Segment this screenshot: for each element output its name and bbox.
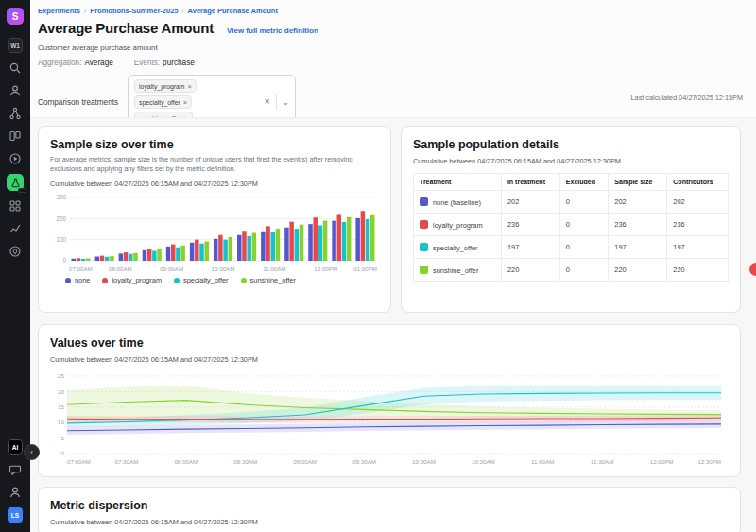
population-title: Sample population details [413,138,729,151]
events-value: purchase [163,59,195,67]
svg-text:09:00AM: 09:00AM [293,458,317,465]
legend-label: none [75,276,90,284]
aggregation-value: Average [84,59,112,67]
chip-remove-icon[interactable]: × [187,82,191,91]
values-over-time-card: Values over time Cumulative between 04/2… [38,324,741,477]
board-columns-icon[interactable] [8,129,23,144]
breadcrumb-experiment-name[interactable]: Promotions-Summer-2025 [90,7,178,15]
legend-item-sunshine: sunshine_offer [241,276,296,284]
search-icon[interactable] [8,60,23,76]
table-header-row: Treatment In treatment Excluded Sample s… [414,174,729,191]
ls-badge[interactable]: LS [8,507,23,523]
sample-size-bar-chart: 010020030007:00AM08:00AM09:00AM10:00AM11… [50,194,379,273]
assistant-edge-handle[interactable]: ‹ [24,444,40,460]
population-cumulative: Cumulative between 04/27/2025 06:15AM an… [413,157,729,165]
breadcrumb-experiments[interactable]: Experiments [38,7,80,15]
cell-contributors: 236 [667,214,729,236]
cell-sample-size: 236 [609,214,667,236]
ai-assistant-badge[interactable]: AI [8,439,23,455]
treatment-color-swatch [420,197,428,206]
svg-text:07:00AM: 07:00AM [69,266,93,272]
chip-loyalty-program[interactable]: loyalty_program× [134,79,197,93]
account-icon[interactable] [8,485,23,500]
breadcrumb-separator: / [181,7,183,15]
comparison-treatments-label: Comparison treatments [38,98,118,107]
workspace-badge[interactable]: W1 [8,38,23,53]
chip-specialty-offer[interactable]: specialty_offer× [134,95,192,109]
app-logo[interactable]: S [7,8,24,25]
legend-item-loyalty: loyalty_program [102,276,162,284]
hierarchy-icon[interactable] [8,106,23,121]
col-contributors: Contributors [667,174,729,191]
population-card: Sample population details Cumulative bet… [401,126,741,313]
metric-meta: Aggregation:Average Events:purchase [38,59,195,67]
cell-sample-size: 197 [609,236,667,259]
treatment-name: none (baseline) [433,198,481,207]
user-icon[interactable] [8,83,23,98]
cell-excluded: 0 [559,214,609,236]
legend-label: loyalty_program [112,276,162,284]
table-row: none (baseline) 202 0 202 202 [414,191,729,214]
svg-text:100: 100 [56,236,66,243]
breadcrumb-metric-name[interactable]: Average Purchase Amount [188,7,278,15]
legend-dot [174,278,180,283]
cell-treatment: loyalty_program [414,214,502,236]
treatment-color-swatch [420,220,428,229]
select-divider [276,94,277,110]
cell-treatment: specialty_offer [414,236,502,259]
svg-text:10:30AM: 10:30AM [472,458,495,465]
clear-all-icon[interactable]: × [265,97,270,107]
sample-size-card: Sample size over time For average metric… [38,126,391,313]
svg-text:11:30AM: 11:30AM [591,458,613,465]
svg-text:5: 5 [61,435,65,441]
values-title: Values over time [50,336,729,350]
svg-text:300: 300 [56,194,66,200]
svg-text:25: 25 [58,372,64,379]
values-line-chart: 051015202507:00AM07:30AM08:00AM08:30AM09… [50,371,729,466]
chevron-down-icon[interactable]: ⌄ [283,98,290,107]
chat-icon[interactable] [8,462,23,477]
svg-text:0: 0 [61,450,65,456]
svg-text:09:00AM: 09:00AM [160,266,183,272]
population-table: Treatment In treatment Excluded Sample s… [413,173,729,282]
svg-text:08:00AM: 08:00AM [109,266,132,272]
svg-text:10:00AM: 10:00AM [212,266,235,272]
cell-in-treatment: 220 [501,259,559,282]
treatment-name: sunshine_offer [433,266,478,275]
svg-text:0: 0 [62,257,66,264]
sample-size-title: Sample size over time [50,138,379,151]
last-calculated-text: Last calculated 04/27/2025 12:15PM [631,94,743,102]
values-cumulative: Cumulative between 04/27/2025 06:15AM an… [50,355,729,364]
col-in-treatment: In treatment [501,174,559,191]
play-circle-icon[interactable] [8,151,23,166]
col-treatment: Treatment [414,174,502,191]
treatment-color-swatch [420,266,428,274]
breadcrumb: Experiments / Promotions-Summer-2025 / A… [38,7,278,15]
col-sample-size: Sample size [609,174,667,191]
svg-text:11:00AM: 11:00AM [263,266,285,272]
chart-legend: none loyalty_program specialty_offer sun… [65,276,379,284]
svg-text:12:00PM: 12:00PM [314,266,337,272]
svg-text:12:30PM: 12:30PM [697,458,721,465]
apps-grid-icon[interactable] [8,198,23,214]
line-chart-icon[interactable] [8,221,23,236]
main-area: Experiments / Promotions-Summer-2025 / A… [30,0,756,532]
svg-text:15: 15 [58,403,64,410]
chip-remove-icon[interactable]: × [183,98,187,107]
treatment-name: loyalty_program [433,221,483,230]
experiments-mini-badge [18,188,26,193]
table-row: sunshine_offer 220 0 220 220 [414,259,729,282]
experiments-icon-active[interactable] [7,174,24,191]
right-edge-alert-handle[interactable] [749,263,756,276]
view-metric-definition-link[interactable]: View full metric definition [227,26,318,35]
cell-in-treatment: 197 [501,236,559,259]
cell-sample-size: 220 [609,259,667,282]
page-title: Average Purchase Amount [38,20,214,36]
svg-text:01:00PM: 01:00PM [353,266,377,272]
svg-text:10:00AM: 10:00AM [412,458,436,465]
app-root: S W1 [0,0,756,532]
events-label: Events: [134,59,160,67]
cell-in-treatment: 236 [501,214,559,236]
explore-compass-icon[interactable] [8,244,23,259]
cell-treatment: sunshine_offer [414,259,502,282]
